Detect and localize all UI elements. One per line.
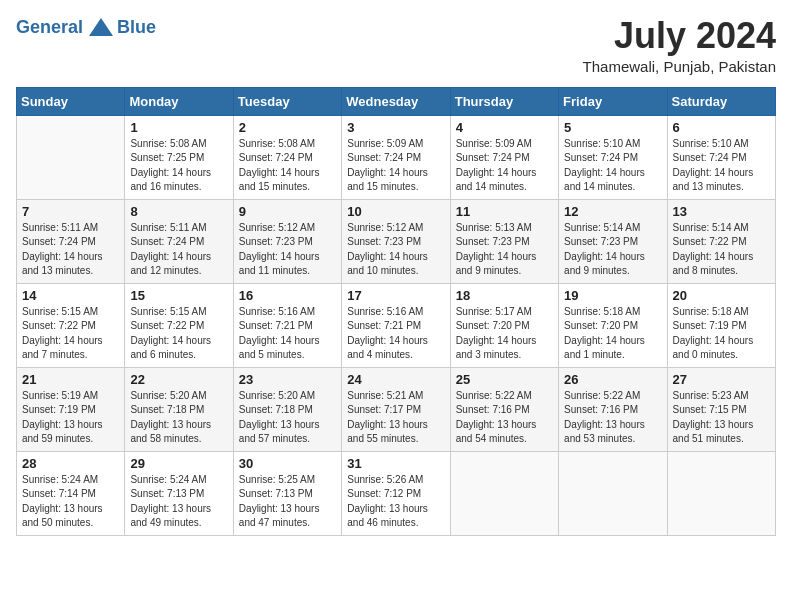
day-info: Sunrise: 5:20 AM Sunset: 7:18 PM Dayligh… (239, 389, 336, 447)
day-info: Sunrise: 5:12 AM Sunset: 7:23 PM Dayligh… (347, 221, 444, 279)
day-number: 15 (130, 288, 227, 303)
day-number: 6 (673, 120, 770, 135)
calendar-day-cell: 18Sunrise: 5:17 AM Sunset: 7:20 PM Dayli… (450, 283, 558, 367)
day-info: Sunrise: 5:08 AM Sunset: 7:24 PM Dayligh… (239, 137, 336, 195)
calendar-day-cell: 21Sunrise: 5:19 AM Sunset: 7:19 PM Dayli… (17, 367, 125, 451)
calendar-day-cell: 12Sunrise: 5:14 AM Sunset: 7:23 PM Dayli… (559, 199, 667, 283)
calendar-day-cell: 17Sunrise: 5:16 AM Sunset: 7:21 PM Dayli… (342, 283, 450, 367)
calendar-day-cell: 24Sunrise: 5:21 AM Sunset: 7:17 PM Dayli… (342, 367, 450, 451)
calendar-day-cell: 30Sunrise: 5:25 AM Sunset: 7:13 PM Dayli… (233, 451, 341, 535)
day-info: Sunrise: 5:21 AM Sunset: 7:17 PM Dayligh… (347, 389, 444, 447)
logo-icon (87, 16, 115, 38)
calendar-day-cell: 16Sunrise: 5:16 AM Sunset: 7:21 PM Dayli… (233, 283, 341, 367)
weekday-header-cell: Friday (559, 87, 667, 115)
day-number: 27 (673, 372, 770, 387)
day-number: 14 (22, 288, 119, 303)
day-info: Sunrise: 5:11 AM Sunset: 7:24 PM Dayligh… (130, 221, 227, 279)
day-number: 9 (239, 204, 336, 219)
day-number: 21 (22, 372, 119, 387)
calendar-header-row: SundayMondayTuesdayWednesdayThursdayFrid… (17, 87, 776, 115)
day-number: 10 (347, 204, 444, 219)
day-number: 20 (673, 288, 770, 303)
day-number: 18 (456, 288, 553, 303)
day-info: Sunrise: 5:15 AM Sunset: 7:22 PM Dayligh… (22, 305, 119, 363)
day-info: Sunrise: 5:22 AM Sunset: 7:16 PM Dayligh… (564, 389, 661, 447)
calendar-day-cell: 15Sunrise: 5:15 AM Sunset: 7:22 PM Dayli… (125, 283, 233, 367)
day-number: 24 (347, 372, 444, 387)
day-number: 22 (130, 372, 227, 387)
day-info: Sunrise: 5:08 AM Sunset: 7:25 PM Dayligh… (130, 137, 227, 195)
day-number: 11 (456, 204, 553, 219)
calendar-day-cell (559, 451, 667, 535)
logo-blue: Blue (117, 17, 156, 38)
day-number: 31 (347, 456, 444, 471)
calendar-day-cell: 31Sunrise: 5:26 AM Sunset: 7:12 PM Dayli… (342, 451, 450, 535)
day-info: Sunrise: 5:26 AM Sunset: 7:12 PM Dayligh… (347, 473, 444, 531)
day-number: 30 (239, 456, 336, 471)
day-info: Sunrise: 5:10 AM Sunset: 7:24 PM Dayligh… (564, 137, 661, 195)
day-number: 2 (239, 120, 336, 135)
calendar-body: 1Sunrise: 5:08 AM Sunset: 7:25 PM Daylig… (17, 115, 776, 535)
calendar-day-cell: 7Sunrise: 5:11 AM Sunset: 7:24 PM Daylig… (17, 199, 125, 283)
calendar-day-cell: 29Sunrise: 5:24 AM Sunset: 7:13 PM Dayli… (125, 451, 233, 535)
calendar-day-cell (667, 451, 775, 535)
logo-general: General (16, 17, 83, 37)
calendar-day-cell: 14Sunrise: 5:15 AM Sunset: 7:22 PM Dayli… (17, 283, 125, 367)
day-number: 23 (239, 372, 336, 387)
day-number: 19 (564, 288, 661, 303)
day-info: Sunrise: 5:13 AM Sunset: 7:23 PM Dayligh… (456, 221, 553, 279)
weekday-header-cell: Saturday (667, 87, 775, 115)
page-header: General Blue July 2024 Thamewali, Punjab… (16, 16, 776, 75)
calendar-week-row: 28Sunrise: 5:24 AM Sunset: 7:14 PM Dayli… (17, 451, 776, 535)
day-info: Sunrise: 5:19 AM Sunset: 7:19 PM Dayligh… (22, 389, 119, 447)
day-info: Sunrise: 5:22 AM Sunset: 7:16 PM Dayligh… (456, 389, 553, 447)
calendar-day-cell (450, 451, 558, 535)
day-number: 5 (564, 120, 661, 135)
calendar-day-cell: 4Sunrise: 5:09 AM Sunset: 7:24 PM Daylig… (450, 115, 558, 199)
calendar-week-row: 7Sunrise: 5:11 AM Sunset: 7:24 PM Daylig… (17, 199, 776, 283)
day-number: 13 (673, 204, 770, 219)
calendar-day-cell: 11Sunrise: 5:13 AM Sunset: 7:23 PM Dayli… (450, 199, 558, 283)
calendar-day-cell: 20Sunrise: 5:18 AM Sunset: 7:19 PM Dayli… (667, 283, 775, 367)
day-number: 12 (564, 204, 661, 219)
day-number: 25 (456, 372, 553, 387)
day-number: 1 (130, 120, 227, 135)
day-info: Sunrise: 5:12 AM Sunset: 7:23 PM Dayligh… (239, 221, 336, 279)
day-info: Sunrise: 5:10 AM Sunset: 7:24 PM Dayligh… (673, 137, 770, 195)
calendar-day-cell: 5Sunrise: 5:10 AM Sunset: 7:24 PM Daylig… (559, 115, 667, 199)
calendar-day-cell: 8Sunrise: 5:11 AM Sunset: 7:24 PM Daylig… (125, 199, 233, 283)
day-number: 16 (239, 288, 336, 303)
day-info: Sunrise: 5:25 AM Sunset: 7:13 PM Dayligh… (239, 473, 336, 531)
day-info: Sunrise: 5:16 AM Sunset: 7:21 PM Dayligh… (347, 305, 444, 363)
day-number: 4 (456, 120, 553, 135)
calendar-day-cell: 22Sunrise: 5:20 AM Sunset: 7:18 PM Dayli… (125, 367, 233, 451)
month-year: July 2024 (583, 16, 776, 56)
day-info: Sunrise: 5:15 AM Sunset: 7:22 PM Dayligh… (130, 305, 227, 363)
weekday-header-cell: Wednesday (342, 87, 450, 115)
day-info: Sunrise: 5:14 AM Sunset: 7:23 PM Dayligh… (564, 221, 661, 279)
day-number: 26 (564, 372, 661, 387)
weekday-header-cell: Sunday (17, 87, 125, 115)
day-info: Sunrise: 5:16 AM Sunset: 7:21 PM Dayligh… (239, 305, 336, 363)
weekday-header-cell: Monday (125, 87, 233, 115)
calendar-day-cell: 1Sunrise: 5:08 AM Sunset: 7:25 PM Daylig… (125, 115, 233, 199)
day-info: Sunrise: 5:14 AM Sunset: 7:22 PM Dayligh… (673, 221, 770, 279)
calendar-week-row: 21Sunrise: 5:19 AM Sunset: 7:19 PM Dayli… (17, 367, 776, 451)
calendar-day-cell: 13Sunrise: 5:14 AM Sunset: 7:22 PM Dayli… (667, 199, 775, 283)
day-info: Sunrise: 5:09 AM Sunset: 7:24 PM Dayligh… (347, 137, 444, 195)
day-info: Sunrise: 5:24 AM Sunset: 7:14 PM Dayligh… (22, 473, 119, 531)
day-info: Sunrise: 5:18 AM Sunset: 7:20 PM Dayligh… (564, 305, 661, 363)
calendar-day-cell: 28Sunrise: 5:24 AM Sunset: 7:14 PM Dayli… (17, 451, 125, 535)
day-info: Sunrise: 5:18 AM Sunset: 7:19 PM Dayligh… (673, 305, 770, 363)
calendar-day-cell: 26Sunrise: 5:22 AM Sunset: 7:16 PM Dayli… (559, 367, 667, 451)
day-info: Sunrise: 5:17 AM Sunset: 7:20 PM Dayligh… (456, 305, 553, 363)
calendar-week-row: 14Sunrise: 5:15 AM Sunset: 7:22 PM Dayli… (17, 283, 776, 367)
calendar-table: SundayMondayTuesdayWednesdayThursdayFrid… (16, 87, 776, 536)
day-number: 29 (130, 456, 227, 471)
day-number: 7 (22, 204, 119, 219)
day-number: 8 (130, 204, 227, 219)
day-info: Sunrise: 5:11 AM Sunset: 7:24 PM Dayligh… (22, 221, 119, 279)
calendar-day-cell: 6Sunrise: 5:10 AM Sunset: 7:24 PM Daylig… (667, 115, 775, 199)
logo: General Blue (16, 16, 156, 38)
weekday-header-cell: Tuesday (233, 87, 341, 115)
